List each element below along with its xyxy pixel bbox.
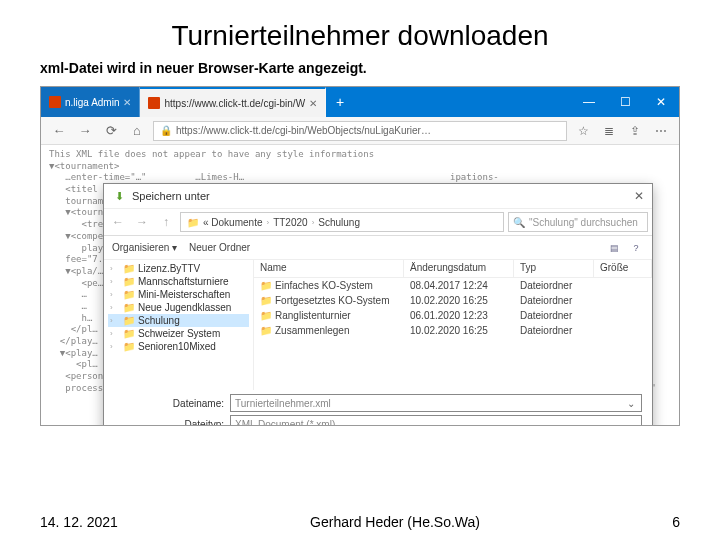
search-placeholder: "Schulung" durchsuchen xyxy=(529,217,638,228)
address-bar: ← → ⟳ ⌂ 🔒 https://www.click-tt.de/cgi-bi… xyxy=(41,117,679,145)
filetype-select[interactable]: XML Document (*.xml)⌄ xyxy=(230,415,642,426)
window-controls: — ☐ ✕ xyxy=(571,87,679,117)
footer-page: 6 xyxy=(672,514,680,530)
file-list: Name Änderungsdatum Typ Größe 📁Einfaches… xyxy=(254,260,652,390)
column-type[interactable]: Typ xyxy=(514,260,594,277)
filename-input[interactable]: Turnierteilnehmer.xml⌄ xyxy=(230,394,642,412)
tab-label: https://www.click-tt.de/cgi-bin/W xyxy=(164,98,305,109)
path-breadcrumb[interactable]: 📁 « Dokumente › TT2020 › Schulung xyxy=(180,212,504,232)
organize-menu[interactable]: Organisieren ▾ xyxy=(112,242,177,253)
new-folder-button[interactable]: Neuer Ordner xyxy=(189,242,250,253)
column-name[interactable]: Name xyxy=(254,260,404,277)
folder-icon: 📁 xyxy=(123,315,135,326)
filetype-label: Dateityp: xyxy=(164,419,224,427)
chevron-down-icon: ⌄ xyxy=(625,398,637,409)
lock-icon: 🔒 xyxy=(160,125,172,136)
list-item[interactable]: 📁Zusammenlegen10.02.2020 16:25Dateiordne… xyxy=(254,323,652,338)
maximize-button[interactable]: ☐ xyxy=(607,87,643,117)
folder-icon: 📁 xyxy=(123,328,135,339)
folder-icon: 📁 xyxy=(187,217,199,228)
folder-icon: 📁 xyxy=(123,302,135,313)
close-icon[interactable]: ✕ xyxy=(634,189,644,203)
share-button[interactable]: ⇪ xyxy=(625,124,645,138)
list-item[interactable]: 📁Ranglistenturnier06.01.2020 12:23Dateio… xyxy=(254,308,652,323)
file-list-header: Name Änderungsdatum Typ Größe xyxy=(254,260,652,278)
favicon-icon xyxy=(49,96,61,108)
dialog-titlebar: ⬇ Speichern unter ✕ xyxy=(104,184,652,208)
minimize-button[interactable]: — xyxy=(571,87,607,117)
back-button[interactable]: ← xyxy=(108,212,128,232)
chevron-right-icon: › xyxy=(266,218,269,227)
folder-icon: 📁 xyxy=(123,263,135,274)
favorite-button[interactable]: ☆ xyxy=(573,124,593,138)
back-button[interactable]: ← xyxy=(49,121,69,141)
tree-item[interactable]: ›📁Neue Jugendklassen xyxy=(108,301,249,314)
url-input[interactable]: 🔒 https://www.click-tt.de/cgi-bin/WebObj… xyxy=(153,121,567,141)
favorites-list-button[interactable]: ≣ xyxy=(599,124,619,138)
folder-icon: 📁 xyxy=(123,341,135,352)
column-date[interactable]: Änderungsdatum xyxy=(404,260,514,277)
dialog-body: ›📁Lizenz.ByTTV ›📁Mannschaftsturniere ›📁M… xyxy=(104,260,652,390)
dialog-nav: ← → ↑ 📁 « Dokumente › TT2020 › Schulung … xyxy=(104,208,652,236)
footer-author: Gerhard Heder (He.So.Wa) xyxy=(310,514,480,530)
folder-tree[interactable]: ›📁Lizenz.ByTTV ›📁Mannschaftsturniere ›📁M… xyxy=(104,260,254,390)
dialog-toolbar: Organisieren ▾ Neuer Ordner ▤ ? xyxy=(104,236,652,260)
slide-subtitle: xml-Datei wird in neuer Browser-Karte an… xyxy=(0,60,720,86)
close-icon[interactable]: ✕ xyxy=(309,98,317,109)
folder-icon: 📁 xyxy=(123,276,135,287)
folder-icon: 📁 xyxy=(260,310,272,321)
forward-button[interactable]: → xyxy=(75,121,95,141)
list-item[interactable]: 📁Fortgesetztes KO-System10.02.2020 16:25… xyxy=(254,293,652,308)
slide-footer: 14. 12. 2021 Gerhard Heder (He.So.Wa) 6 xyxy=(0,514,720,530)
column-size[interactable]: Größe xyxy=(594,260,652,277)
list-item[interactable]: 📁Einfaches KO-System08.04.2017 12:24Date… xyxy=(254,278,652,293)
search-icon: 🔍 xyxy=(513,217,525,228)
dialog-title-text: Speichern unter xyxy=(132,190,210,202)
forward-button[interactable]: → xyxy=(132,212,152,232)
chevron-down-icon: ⌄ xyxy=(625,419,637,427)
tree-item[interactable]: ›📁Mannschaftsturniere xyxy=(108,275,249,288)
up-button[interactable]: ↑ xyxy=(156,212,176,232)
more-button[interactable]: ⋯ xyxy=(651,124,671,138)
view-button[interactable]: ▤ xyxy=(606,240,622,256)
chevron-right-icon: › xyxy=(312,218,315,227)
folder-icon: 📁 xyxy=(260,280,272,291)
tree-item[interactable]: ›📁Schweizer System xyxy=(108,327,249,340)
tree-item[interactable]: ›📁Mini-Meisterschaften xyxy=(108,288,249,301)
footer-date: 14. 12. 2021 xyxy=(40,514,118,530)
help-button[interactable]: ? xyxy=(628,240,644,256)
tab-label: n.liga Admin xyxy=(65,97,119,108)
save-as-dialog: ⬇ Speichern unter ✕ ← → ↑ 📁 « Dokumente … xyxy=(103,183,653,426)
favicon-icon xyxy=(148,97,160,109)
tree-item[interactable]: ›📁Senioren10Mixed xyxy=(108,340,249,353)
close-icon[interactable]: ✕ xyxy=(123,97,131,108)
folder-icon: 📁 xyxy=(260,325,272,336)
filename-label: Dateiname: xyxy=(164,398,224,409)
tree-item[interactable]: ›📁Lizenz.ByTTV xyxy=(108,262,249,275)
home-button[interactable]: ⌂ xyxy=(127,121,147,141)
dialog-fields: Dateiname: Turnierteilnehmer.xml⌄ Dateit… xyxy=(104,390,652,426)
refresh-button[interactable]: ⟳ xyxy=(101,121,121,141)
slide-title: Turnierteilnehmer downloaden xyxy=(0,0,720,60)
browser-window: n.liga Admin ✕ https://www.click-tt.de/c… xyxy=(40,86,680,426)
tree-item-selected[interactable]: ›📁Schulung xyxy=(108,314,249,327)
browser-tab-1[interactable]: n.liga Admin ✕ xyxy=(41,87,140,117)
save-icon: ⬇ xyxy=(112,189,126,203)
new-tab-button[interactable]: + xyxy=(326,87,354,117)
url-text: https://www.click-tt.de/cgi-bin/WebObjec… xyxy=(176,125,431,136)
folder-icon: 📁 xyxy=(123,289,135,300)
browser-titlebar: n.liga Admin ✕ https://www.click-tt.de/c… xyxy=(41,87,679,117)
search-input[interactable]: 🔍 "Schulung" durchsuchen xyxy=(508,212,648,232)
page-content: This XML file does not appear to have an… xyxy=(41,145,679,426)
browser-tab-2[interactable]: https://www.click-tt.de/cgi-bin/W ✕ xyxy=(140,87,326,117)
folder-icon: 📁 xyxy=(260,295,272,306)
close-button[interactable]: ✕ xyxy=(643,87,679,117)
